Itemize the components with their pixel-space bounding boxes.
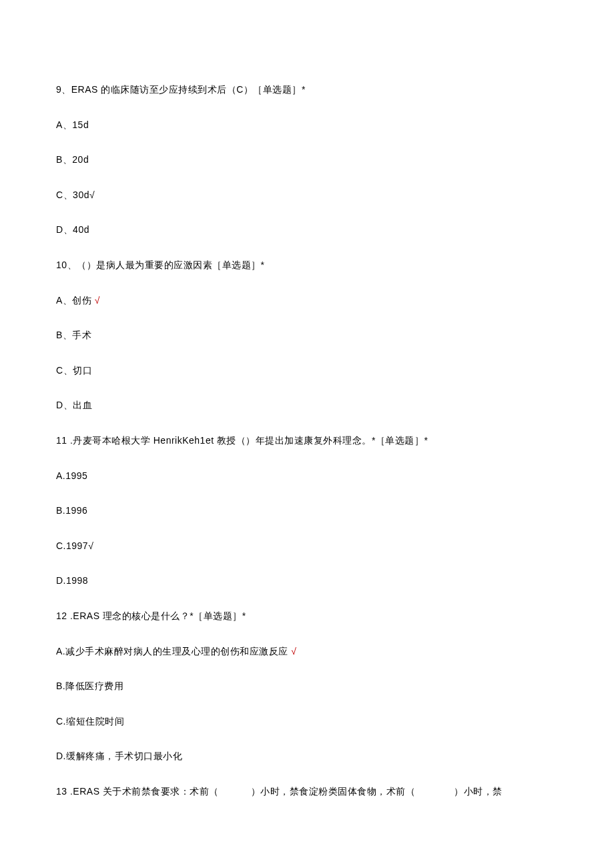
q9-stem: 9、ERAS 的临床随访至少应持续到术后（C）［单选题］* [56, 83, 558, 97]
q12-option-b: B.降低医疗费用 [56, 680, 558, 693]
q13-stem-part2: ）小时，禁食淀粉类固体食物，术前（ [251, 786, 416, 797]
q12-option-a-text: A.减少手术麻醉对病人的生理及心理的创伤和应激反应 [56, 646, 291, 657]
check-mark-icon: √ [291, 646, 296, 657]
q11-option-a: A.1995 [56, 470, 558, 483]
q12-option-c: C.缩短住院时间 [56, 715, 558, 729]
q11-option-c: C.1997√ [56, 540, 558, 553]
q10-option-a: A、创伤 √ [56, 294, 558, 308]
q13-stem: 13 .ERAS 关于术前禁食要求：术前（）小时，禁食淀粉类固体食物，术前（）小… [56, 785, 558, 799]
check-mark-icon: √ [95, 295, 100, 306]
q11-option-d: D.1998 [56, 574, 558, 588]
q12-stem: 12 .ERAS 理念的核心是什么？*［单选题］* [56, 610, 558, 623]
q11-stem: 11 .丹麦哥本哈根大学 HenrikKeh1et 教授（）年提出加速康复外科理… [56, 434, 558, 448]
q12-option-d: D.缓解疼痛，手术切口最小化 [56, 750, 558, 763]
q11-option-b: B.1996 [56, 504, 558, 518]
q9-option-b: B、20d [56, 153, 558, 167]
q10-option-c: C、切口 [56, 364, 558, 378]
q9-option-c: C、30d√ [56, 189, 558, 202]
document-page: 9、ERAS 的临床随访至少应持续到术后（C）［单选题］* A、15d B、20… [0, 0, 614, 860]
q13-stem-part3: ）小时，禁 [454, 786, 503, 797]
q10-option-a-text: A、创伤 [56, 295, 95, 306]
q13-stem-part1: 13 .ERAS 关于术前禁食要求：术前（ [56, 786, 219, 797]
q10-option-d: D、出血 [56, 399, 558, 412]
q10-stem: 10、（）是病人最为重要的应激因素［单选题］* [56, 259, 558, 272]
q10-option-b: B、手术 [56, 329, 558, 342]
q12-option-a: A.减少手术麻醉对病人的生理及心理的创伤和应激反应 √ [56, 645, 558, 659]
q9-option-a: A、15d [56, 119, 558, 132]
q9-option-d: D、40d [56, 224, 558, 237]
